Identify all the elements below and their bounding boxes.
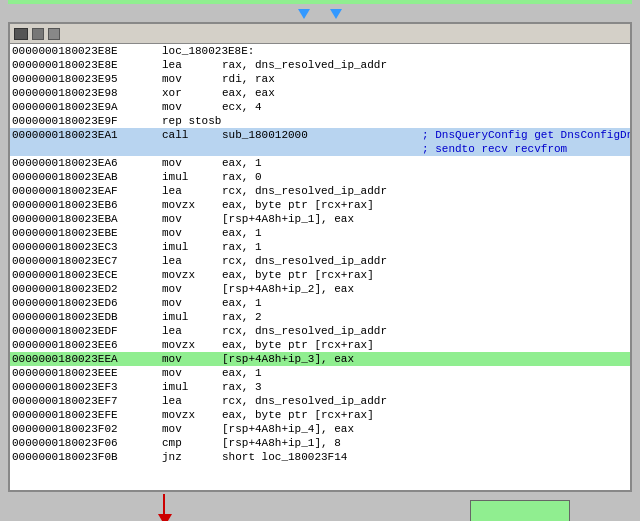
mnemonic: rep stosb [162,115,222,127]
mnemonic: mov [162,227,222,239]
table-row: 0000000180023EC7 lea rcx, dns_resolved_i… [10,254,630,268]
table-row: 0000000180023EAB imul rax, 0 [10,170,630,184]
mnemonic: lea [162,59,222,71]
table-row: 0000000180023EBA mov [rsp+4A8h+ip_1], ea… [10,212,630,226]
mnemonic: lea [162,255,222,267]
down-arrow-left [298,9,310,19]
top-arrows-area [0,4,640,22]
mnemonic: mov [162,283,222,295]
table-row: 0000000180023ED6 mov eax, 1 [10,296,630,310]
table-row: 0000000180023E95 mov rdi, rax [10,72,630,86]
address: 0000000180023E98 [12,87,162,99]
address: 0000000180023EA1 [12,129,162,141]
mnemonic: imul [162,241,222,253]
window-icon-2 [32,28,44,40]
comment: ; DnsQueryConfig get DnsConfigDnsServerL… [422,129,630,141]
mnemonic: mov [162,157,222,169]
table-row: 0000000180023EAF lea rcx, dns_resolved_i… [10,184,630,198]
address: 0000000180023E8E [12,45,162,57]
mnemonic: mov [162,367,222,379]
address: 0000000180023ED2 [12,283,162,295]
mnemonic: movzx [162,269,222,281]
mnemonic: xor [162,87,222,99]
operand: rax, 0 [222,171,422,183]
table-row: 0000000180023F06 cmp [rsp+4A8h+ip_1], 8 [10,436,630,450]
address: 0000000180023EE6 [12,339,162,351]
mnemonic: jnz [162,451,222,463]
table-row: 0000000180023EDB imul rax, 2 [10,310,630,324]
address: 0000000180023EAF [12,185,162,197]
mnemonic: lea [162,395,222,407]
operand: rax, 2 [222,311,422,323]
address: 0000000180023EAB [12,171,162,183]
table-row: 0000000180023E8E loc_180023E8E: [10,44,630,58]
address: 0000000180023ED6 [12,297,162,309]
table-row: 0000000180023E9F rep stosb [10,114,630,128]
mnemonic: mov [162,213,222,225]
table-row: 0000000180023EFE movzx eax, byte ptr [rc… [10,408,630,422]
address: 0000000180023F0B [12,451,162,463]
mnemonic: movzx [162,339,222,351]
window-icon-1 [14,28,28,40]
operand: eax, 1 [222,367,422,379]
table-row: 0000000180023ED2 mov [rsp+4A8h+ip_2], ea… [10,282,630,296]
title-bar [10,24,630,44]
table-row: 0000000180023EF3 imul rax, 3 [10,380,630,394]
bottom-left-line [163,494,165,516]
operand: rax, dns_resolved_ip_addr [222,59,422,71]
table-row: 0000000180023EB6 movzx eax, byte ptr [rc… [10,198,630,212]
table-row: 0000000180023EBE mov eax, 1 [10,226,630,240]
address: 0000000180023E95 [12,73,162,85]
mnemonic: imul [162,171,222,183]
operand: ecx, 4 [222,101,422,113]
mnemonic: movzx [162,409,222,421]
operand: [rsp+4A8h+ip_2], eax [222,283,422,295]
mnemonic: movzx [162,199,222,211]
table-row: 0000000180023E8E lea rax, dns_resolved_i… [10,58,630,72]
table-row: 0000000180023E98 xor eax, eax [10,86,630,100]
green-box [470,500,570,521]
operand: [rsp+4A8h+ip_3], eax [222,353,422,365]
table-row: ; sendto recv recvfrom [10,142,630,156]
table-row: 0000000180023F0B jnz short loc_180023F14 [10,450,630,464]
mnemonic: mov [162,423,222,435]
operand: eax, 1 [222,157,422,169]
comment: ; sendto recv recvfrom [422,143,567,155]
address: 0000000180023EDB [12,311,162,323]
table-row: 0000000180023EEA mov [rsp+4A8h+ip_3], ea… [10,352,630,366]
table-row: 0000000180023E9A mov ecx, 4 [10,100,630,114]
operand: rcx, dns_resolved_ip_addr [222,395,422,407]
table-row: 0000000180023EEE mov eax, 1 [10,366,630,380]
operand: loc_180023E8E: [162,45,362,57]
table-row: 0000000180023EA6 mov eax, 1 [10,156,630,170]
mnemonic: lea [162,185,222,197]
address: 0000000180023EA6 [12,157,162,169]
mnemonic: cmp [162,437,222,449]
address: 0000000180023F02 [12,423,162,435]
operand: rcx, dns_resolved_ip_addr [222,255,422,267]
address: 0000000180023EC3 [12,241,162,253]
operand: [rsp+4A8h+ip_1], 8 [222,437,422,449]
address: 0000000180023ECE [12,269,162,281]
table-row: 0000000180023EC3 imul rax, 1 [10,240,630,254]
code-area[interactable]: 0000000180023E8E loc_180023E8E: 00000001… [10,44,630,490]
red-down-arrow [158,514,172,521]
address: 0000000180023EEE [12,367,162,379]
operand: rdi, rax [222,73,422,85]
operand: [rsp+4A8h+ip_1], eax [222,213,422,225]
main-window: 0000000180023E8E loc_180023E8E: 00000001… [8,22,632,492]
address: 0000000180023E9F [12,115,162,127]
address: 0000000180023EDF [12,325,162,337]
operand: rcx, dns_resolved_ip_addr [222,185,422,197]
address: 0000000180023EF3 [12,381,162,393]
operand: eax, eax [222,87,422,99]
mnemonic: mov [162,73,222,85]
mnemonic: imul [162,381,222,393]
table-row: 0000000180023EF7 lea rcx, dns_resolved_i… [10,394,630,408]
mnemonic: mov [162,297,222,309]
operand: eax, byte ptr [rcx+rax] [222,339,422,351]
down-arrow-right [330,9,342,19]
operand: sub_180012000 [222,129,422,141]
address: 0000000180023EC7 [12,255,162,267]
mnemonic: mov [162,353,222,365]
